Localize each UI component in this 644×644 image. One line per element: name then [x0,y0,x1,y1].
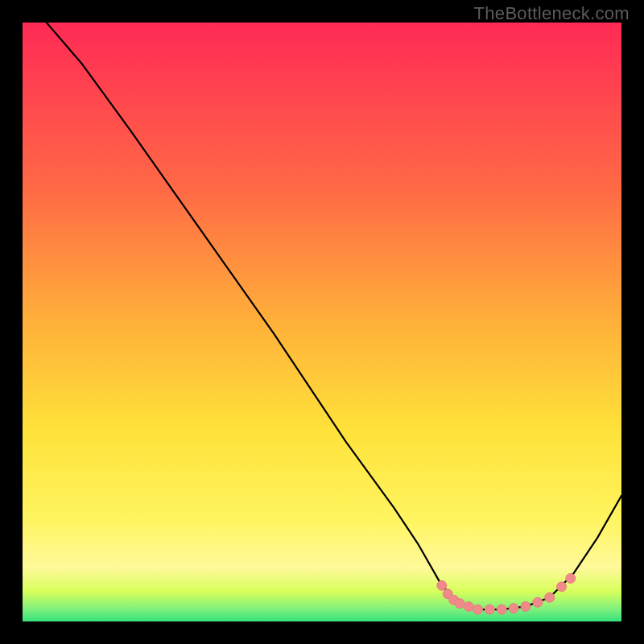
marker-dot [473,605,482,614]
marker-dot [485,605,494,614]
watermark-label: TheBottleneck.com [474,3,630,24]
marker-dot [533,597,543,607]
marker-dot [497,605,506,614]
bottleneck-chart [23,23,621,621]
marker-dot [509,604,518,613]
marker-dot [464,601,473,611]
marker-dot [437,580,447,590]
chart-frame: TheBottleneck.com [0,0,644,644]
marker-dot [521,601,530,611]
marker-dot [557,582,567,592]
marker-dot [455,599,464,609]
marker-dot [545,592,555,602]
gradient-background [23,23,621,621]
marker-dot [566,573,576,583]
